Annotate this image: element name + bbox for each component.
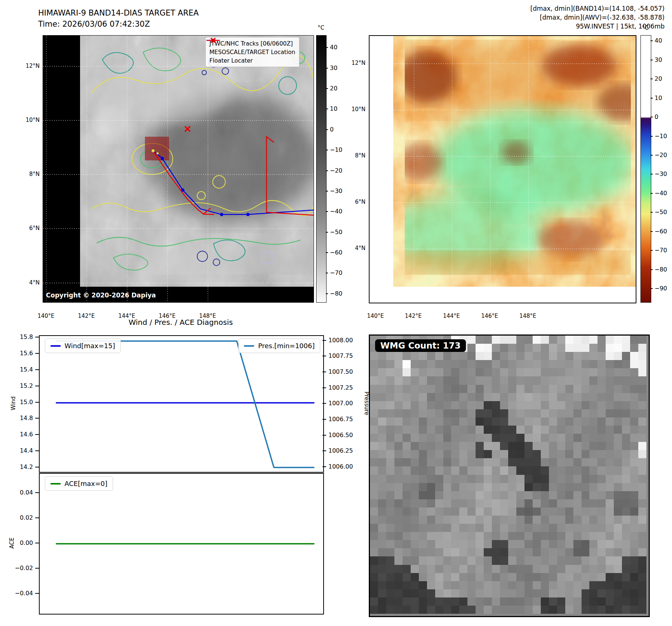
- wmg-pixel-image: [370, 336, 646, 614]
- tick-mark: [651, 250, 653, 251]
- awv-colorbar-tick: −10: [655, 133, 667, 139]
- y-tick-right: 1007.50: [328, 369, 353, 375]
- legend-swatch: [244, 345, 254, 347]
- awv-lat-tick: 6°N: [355, 199, 365, 205]
- legend-swatch: [50, 345, 61, 347]
- awv-colorbar-tick: −70: [655, 247, 667, 253]
- y-tick-left: 0.04: [20, 490, 33, 496]
- band14-map-panel: JTWC/NHC Tracks [06/0600Z]MESOSCALE/TARG…: [43, 35, 314, 303]
- ace-plot: [40, 474, 322, 612]
- tick-mark: [326, 47, 328, 48]
- band14-lon-tick: 146°E: [159, 313, 176, 319]
- awv-colorbar-tick: 0: [655, 114, 658, 120]
- map-legend-label: MESOSCALE/TARGET Location: [209, 49, 295, 56]
- pressure-axis-label: Pressure: [364, 391, 369, 415]
- y-tick-right: 1006.25: [328, 448, 353, 454]
- tick-mark: [651, 288, 653, 289]
- y-tick-left: −0.02: [15, 565, 33, 571]
- chart-legend: Wind[max=15]: [45, 339, 121, 353]
- tick-mark: [322, 435, 326, 436]
- tick-mark: [322, 450, 326, 451]
- tick-mark: [326, 129, 328, 130]
- awv-colorbar-tick: −30: [655, 171, 667, 177]
- awv-header-line-1: [dmax, dmin](BAND14)=(14.108, -54.057): [530, 4, 665, 13]
- y-tick-right: 1007.75: [328, 353, 353, 359]
- tick-mark: [322, 387, 326, 388]
- band14-lon-tick: 140°E: [37, 313, 54, 319]
- y-tick-left: 0.00: [20, 540, 33, 546]
- tick-mark: [35, 369, 39, 370]
- map-legend-label: JTWC/NHC Tracks [06/0600Z]: [209, 40, 293, 47]
- band14-lon-tick: 144°E: [118, 313, 135, 319]
- band14-colorbar-tick: 10: [330, 106, 337, 112]
- tick-mark: [322, 419, 326, 420]
- tick-mark: [35, 337, 39, 337]
- awv-colorbar-tick: −40: [655, 190, 667, 196]
- awv-colorbar: [640, 35, 651, 303]
- satellite-dashboard: HIMAWARI-9 BAND14-DIAS TARGET AREA Time:…: [0, 0, 672, 626]
- y-tick-left: 14.6: [20, 432, 33, 437]
- y-tick-right: 1007.00: [328, 400, 353, 406]
- tick-mark: [35, 517, 39, 518]
- tick-mark: [35, 543, 39, 543]
- tick-mark: [651, 193, 653, 194]
- copyright-text: Copyright © 2020-2026 Dapiya: [42, 292, 156, 299]
- y-tick-right: 1008.00: [328, 337, 353, 343]
- band14-colorbar-tick: −40: [330, 209, 342, 214]
- tick-mark: [322, 403, 326, 404]
- tick-mark: [322, 340, 326, 341]
- band14-time: Time: 2026/03/06 07:42:30Z: [38, 19, 199, 30]
- band14-title-block: HIMAWARI-9 BAND14-DIAS TARGET AREA Time:…: [38, 7, 199, 30]
- tick-mark: [651, 212, 653, 213]
- chart-legend: Pres.[min=1006]: [238, 339, 320, 353]
- band14-colorbar-tick: −20: [330, 168, 342, 174]
- series-line: [56, 341, 314, 467]
- y-tick-right: 1007.25: [328, 385, 353, 391]
- tick-mark: [651, 79, 653, 79]
- tick-mark: [35, 593, 39, 594]
- band14-colorbar-tick: −80: [330, 291, 342, 297]
- y-tick-left: 15.0: [20, 399, 33, 405]
- line-icon: [206, 37, 221, 43]
- awv-map-panel: [369, 35, 636, 303]
- tick-mark: [651, 174, 653, 174]
- band14-title: HIMAWARI-9 BAND14-DIAS TARGET AREA: [38, 7, 199, 19]
- awv-lat-tick: 4°N: [355, 246, 365, 251]
- tick-mark: [326, 88, 328, 89]
- tick-mark: [35, 492, 39, 493]
- awv-lon-tick: 140°E: [367, 313, 384, 319]
- awv-color-image: [383, 40, 636, 275]
- tick-mark: [651, 117, 653, 117]
- y-tick-left: 0.02: [20, 515, 33, 521]
- chart-legend: ACE[max=0]: [45, 476, 113, 491]
- wind-pressure-chart: [39, 335, 324, 473]
- tick-mark: [651, 136, 653, 137]
- tick-mark: [326, 68, 328, 69]
- y-tick-left: 15.6: [20, 350, 33, 356]
- band14-colorbar-tick: −60: [330, 250, 342, 256]
- tick-mark: [326, 252, 328, 253]
- awv-colorbar-unit: °C: [642, 25, 649, 31]
- tick-mark: [326, 211, 328, 212]
- tick-mark: [651, 269, 653, 270]
- awv-colorbar-tick: 20: [655, 76, 662, 82]
- band14-colorbar-tick: −50: [330, 229, 342, 235]
- wind-pressure-plot: [40, 336, 322, 470]
- tick-mark: [326, 109, 328, 109]
- ace-axis-label: ACE: [9, 537, 15, 549]
- y-tick-right: 1006.00: [328, 464, 353, 470]
- tick-mark: [35, 434, 39, 435]
- y-tick-left: 14.2: [20, 464, 33, 470]
- awv-lat-tick: 8°N: [355, 153, 365, 159]
- awv-lon-tick: 148°E: [519, 313, 536, 319]
- awv-lon-tick: 142°E: [405, 313, 422, 319]
- y-tick-right: 1006.50: [328, 432, 353, 438]
- band14-colorbar-tick: 0: [330, 127, 334, 133]
- awv-lon-tick: 146°E: [481, 313, 498, 319]
- wind-axis-label: Wind: [11, 396, 16, 410]
- tick-mark: [35, 450, 39, 451]
- band14-lon-tick: 142°E: [78, 313, 95, 319]
- band14-colorbar-tick: 20: [330, 86, 337, 91]
- tick-mark: [651, 98, 653, 99]
- awv-colorbar-tick: −60: [655, 229, 667, 234]
